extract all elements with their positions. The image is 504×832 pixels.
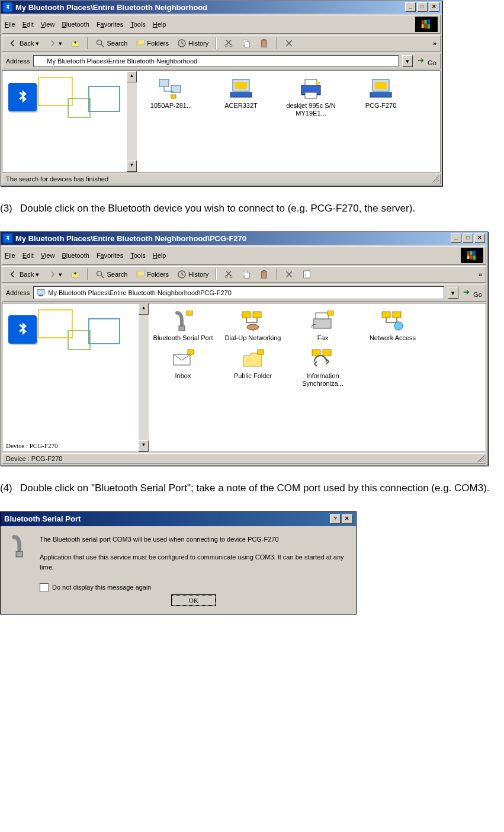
device-item[interactable]: ACER332T [210, 77, 272, 117]
forward-button[interactable]: ▾ [45, 37, 65, 49]
menubar: File Edit View Bluetooth Favorites Tools… [2, 15, 441, 34]
folders-icon [136, 270, 145, 279]
content-area: Device : PCG-F270 ▲ ▼ Bluetooth Serial P… [2, 303, 486, 452]
back-label: Back [20, 271, 34, 278]
scroll-up-button[interactable]: ▲ [127, 71, 137, 82]
separator-icon [216, 268, 217, 280]
menu-bluetooth[interactable]: Bluetooth [62, 252, 89, 259]
go-button[interactable]: Go [416, 56, 436, 66]
service-item[interactable]: Fax [292, 309, 354, 342]
menu-tools[interactable]: Tools [130, 252, 146, 259]
maximize-button[interactable]: □ [463, 233, 473, 243]
delete-icon [284, 270, 294, 279]
service-item[interactable]: Information Synchroniza... [292, 347, 354, 388]
delete-button[interactable] [282, 268, 296, 280]
cut-button[interactable] [221, 37, 236, 49]
service-item[interactable]: Dial-Up Networking [222, 309, 284, 342]
copy-button[interactable] [239, 37, 253, 49]
minimize-button[interactable]: _ [405, 2, 416, 12]
titlebar[interactable]: My Bluetooth Places\Entire Bluetooth Nei… [1, 232, 487, 245]
bluetooth-icon [3, 233, 12, 243]
svg-rect-62 [328, 311, 333, 315]
bluetooth-large-icon [8, 315, 37, 344]
search-button[interactable]: Search [93, 37, 130, 49]
device-item[interactable]: deskjet 995c S/N MY19E1... [280, 77, 342, 117]
history-button[interactable]: History [175, 268, 211, 280]
ok-button[interactable]: OK [172, 595, 216, 606]
address-dropdown[interactable]: ▾ [402, 55, 413, 67]
copy-button[interactable] [239, 268, 253, 280]
scrollbar[interactable]: ▲ ▼ [127, 71, 137, 172]
chevron-right-icon[interactable]: » [479, 271, 482, 278]
back-button[interactable]: Back ▾ [6, 37, 41, 49]
dialog-titlebar[interactable]: Bluetooth Serial Port ? ✕ [1, 512, 356, 526]
service-label: Public Folder [222, 372, 284, 380]
scroll-up-button[interactable]: ▲ [139, 303, 149, 315]
address-field[interactable]: My Bluetooth Places\Entire Bluetooth Nei… [33, 286, 444, 299]
close-button[interactable]: ✕ [429, 2, 439, 12]
svg-rect-26 [305, 92, 317, 98]
up-button[interactable] [68, 37, 82, 49]
menu-edit[interactable]: Edit [23, 21, 34, 28]
service-item[interactable]: Bluetooth Serial Port [152, 309, 214, 342]
scroll-track[interactable] [139, 315, 149, 440]
status-text: The search for devices has finished [6, 175, 108, 183]
paste-button[interactable] [257, 37, 271, 49]
dialog-line1: The Bluetooth serial port COM3 will be u… [40, 535, 348, 545]
service-item[interactable]: Network Access [362, 309, 423, 342]
menu-view[interactable]: View [41, 21, 55, 28]
maximize-button[interactable]: □ [417, 2, 428, 12]
scrollbar[interactable]: ▲ ▼ [139, 303, 149, 452]
scroll-down-button[interactable]: ▼ [139, 440, 149, 452]
menu-help[interactable]: Help [153, 21, 166, 28]
service-label: Information Synchroniza... [292, 372, 354, 388]
svg-point-7 [97, 40, 102, 45]
cut-icon [224, 39, 233, 48]
close-button[interactable]: ✕ [474, 233, 485, 243]
scroll-track[interactable] [127, 82, 137, 161]
menu-view[interactable]: View [41, 252, 55, 259]
svg-rect-3 [422, 24, 424, 28]
back-arrow-icon [8, 270, 18, 279]
folder-up-icon [70, 270, 80, 279]
menu-edit[interactable]: Edit [23, 252, 34, 259]
forward-button[interactable]: ▾ [45, 268, 65, 280]
address-field[interactable]: My Bluetooth Places\Entire Bluetooth Nei… [33, 55, 399, 67]
help-button[interactable]: ? [330, 514, 341, 524]
step-number: (4) [0, 481, 15, 496]
menu-help[interactable]: Help [153, 252, 166, 259]
close-button[interactable]: ✕ [342, 514, 352, 524]
device-item[interactable]: 1050AP-281... [140, 77, 202, 117]
cut-button[interactable] [221, 268, 236, 280]
chevron-right-icon[interactable]: » [433, 40, 436, 47]
menu-favorites[interactable]: Favorites [97, 21, 123, 28]
paste-button[interactable] [257, 268, 271, 280]
service-item[interactable]: Public Folder [222, 347, 284, 388]
paste-icon [259, 270, 269, 279]
address-dropdown[interactable]: ▾ [448, 287, 458, 299]
search-button[interactable]: Search [93, 268, 130, 280]
delete-icon [284, 39, 294, 48]
scroll-down-button[interactable]: ▼ [127, 161, 137, 172]
device-item[interactable]: PCG-F270 [350, 77, 412, 117]
history-button[interactable]: History [175, 37, 211, 49]
properties-button[interactable] [300, 268, 314, 280]
delete-button[interactable] [282, 37, 296, 49]
menu-file[interactable]: File [5, 252, 15, 259]
titlebar[interactable]: My Bluetooth Places\Entire Bluetooth Nei… [1, 1, 442, 14]
svg-rect-67 [188, 350, 194, 354]
minimize-button[interactable]: _ [451, 233, 461, 243]
menu-file[interactable]: File [5, 21, 15, 28]
menu-favorites[interactable]: Favorites [97, 252, 123, 259]
folders-button[interactable]: Folders [133, 268, 171, 280]
back-button[interactable]: Back ▾ [6, 268, 41, 280]
menu-bluetooth[interactable]: Bluetooth [62, 21, 89, 28]
checkbox[interactable] [40, 583, 49, 592]
service-item[interactable]: Inbox [152, 347, 214, 388]
up-button[interactable] [68, 268, 82, 280]
folders-button[interactable]: Folders [133, 37, 171, 49]
serial-port-dialog: Bluetooth Serial Port ? ✕ The Bluetooth … [0, 511, 357, 615]
svg-rect-55 [179, 326, 185, 331]
go-button[interactable]: Go [462, 287, 482, 298]
menu-tools[interactable]: Tools [130, 21, 146, 28]
